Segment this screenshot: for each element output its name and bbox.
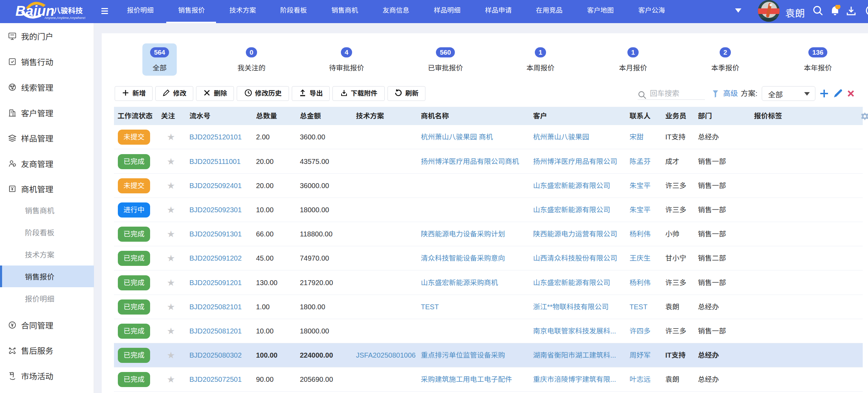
svg-text:Anyone,Anytime,Anywhere!: Anyone,Anytime,Anywhere! bbox=[45, 16, 86, 20]
svg-text:八骏科技: 八骏科技 bbox=[53, 5, 83, 15]
